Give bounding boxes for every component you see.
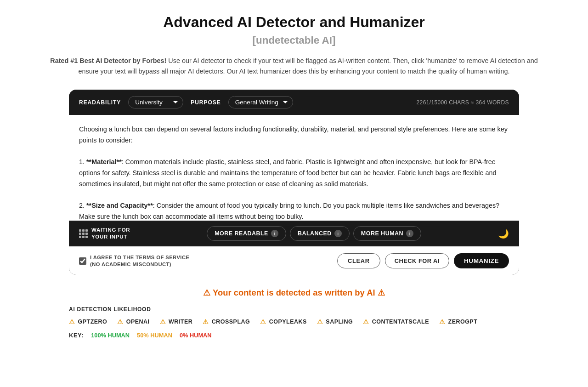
main-card: READABILITY University High School Colle… [69, 90, 519, 275]
detector-writer-label: WRITER [169, 319, 192, 325]
subtitle-bracket-close: ] [332, 34, 335, 46]
subtitle: [undetectable AI] [18, 34, 570, 46]
detection-grid: ⚠ GPTZERO ⚠ OPENAI ⚠ WRITER ⚠ CROSSPLAG … [69, 318, 519, 325]
purpose-select[interactable]: General Writing Essay Article Marketing [228, 96, 293, 108]
description-bold: Rated #1 Best AI Detector by Forbes! [50, 57, 166, 64]
more-readable-info-icon[interactable]: i [271, 230, 278, 237]
detector-copyleaks: ⚠ COPYLEAKS [260, 318, 307, 325]
purpose-label: PURPOSE [191, 99, 220, 106]
warning-icon-writer: ⚠ [160, 318, 166, 325]
balanced-button[interactable]: BALANCED i [290, 226, 350, 241]
action-buttons: CLEAR CHECK FOR AI HUMANIZE [337, 253, 509, 268]
warning-icon-gptzero: ⚠ [69, 318, 75, 325]
detector-writer: ⚠ WRITER [160, 318, 193, 325]
detector-crossplag-label: CROSSPLAG [212, 319, 250, 325]
page-title: Advanced AI Detector and Humanizer [18, 14, 570, 31]
readability-label: READABILITY [79, 99, 121, 106]
subtitle-bracket-open: [ [253, 34, 256, 46]
subtitle-main: undetectable AI [256, 34, 332, 46]
clear-button[interactable]: CLEAR [337, 253, 380, 268]
detector-sapling: ⚠ SAPLING [317, 318, 353, 325]
warning-icon-copyleaks: ⚠ [260, 318, 266, 325]
key-label: KEY: [69, 332, 84, 339]
waiting-text: WAITING FORYOUR INPUT [91, 227, 130, 240]
more-readable-button[interactable]: MORE READABLE i [207, 226, 286, 241]
humanize-button[interactable]: HUMANIZE [454, 253, 509, 268]
key-50-human: 50% HUMAN [137, 332, 172, 339]
detector-gptzero: ⚠ GPTZERO [69, 318, 107, 325]
footer-bar: I AGREE TO THE TERMS OF SERVICE (NO ACAD… [69, 246, 519, 275]
terms-text: I AGREE TO THE TERMS OF SERVICE (NO ACAD… [90, 254, 189, 267]
text-area-wrapper[interactable]: Choosing a lunch box can depend on sever… [69, 115, 519, 221]
detection-title: AI DETECTION LIKELIHOOD [69, 306, 519, 313]
detector-crossplag: ⚠ CROSSPLAG [203, 318, 250, 325]
ai-warning: ⚠ Your content is detected as written by… [69, 288, 519, 298]
card-header: READABILITY University High School Colle… [69, 90, 519, 115]
waiting-section: WAITING FORYOUR INPUT [79, 227, 130, 240]
terms-section: I AGREE TO THE TERMS OF SERVICE (NO ACAD… [79, 254, 189, 267]
warning-text: Your content is detected as written by A… [213, 288, 375, 297]
more-readable-label: MORE READABLE [215, 230, 268, 237]
terms-checkbox[interactable] [79, 257, 86, 265]
readability-select[interactable]: University High School College PhD [128, 96, 183, 108]
detector-contentatscale-label: CONTENTATSCALE [372, 319, 429, 325]
grid-icon [79, 229, 88, 238]
check-for-ai-button[interactable]: CHECK FOR AI [385, 253, 449, 268]
char-count: 2261/15000 CHARS ≈ 364 WORDS [417, 99, 509, 106]
warning-icon-zerogpt: ⚠ [439, 318, 446, 325]
detector-openai: ⚠ OPENAI [117, 318, 149, 325]
balanced-label: BALANCED [298, 230, 332, 237]
detector-contentatscale: ⚠ CONTENTATSCALE [363, 318, 429, 325]
warning-icon-contentatscale: ⚠ [363, 318, 369, 325]
detector-zerogpt-label: ZEROGPT [448, 319, 478, 325]
warning-icon-left: ⚠ [203, 288, 210, 297]
detector-copyleaks-label: COPYLEAKS [269, 319, 307, 325]
key-row: KEY: 100% HUMAN 50% HUMAN 0% HUMAN [69, 332, 519, 339]
detector-zerogpt: ⚠ ZEROGPT [439, 318, 477, 325]
key-100-human: 100% HUMAN [91, 332, 130, 339]
detector-gptzero-label: GPTZERO [78, 319, 107, 325]
dark-mode-toggle[interactable]: 🌙 [498, 228, 509, 239]
warning-icon-openai: ⚠ [117, 318, 124, 325]
detector-openai-label: OPENAI [126, 319, 150, 325]
text-content[interactable]: Choosing a lunch box can depend on sever… [79, 124, 509, 221]
key-0-human: 0% HUMAN [180, 332, 212, 339]
warning-icon-sapling: ⚠ [317, 318, 323, 325]
detector-sapling-label: SAPLING [326, 319, 353, 325]
bottom-toolbar: WAITING FORYOUR INPUT MORE READABLE i BA… [69, 221, 519, 246]
page-description: Rated #1 Best AI Detector by Forbes! Use… [41, 56, 547, 77]
balanced-info-icon[interactable]: i [334, 230, 342, 237]
warning-icon-crossplag: ⚠ [203, 318, 209, 325]
more-human-info-icon[interactable]: i [406, 230, 413, 237]
mode-buttons: MORE READABLE i BALANCED i MORE HUMAN i [135, 226, 493, 241]
detection-section: AI DETECTION LIKELIHOOD ⚠ GPTZERO ⚠ OPEN… [69, 306, 519, 339]
more-human-label: MORE HUMAN [361, 230, 403, 237]
more-human-button[interactable]: MORE HUMAN i [353, 226, 421, 241]
warning-icon-right: ⚠ [378, 288, 385, 297]
